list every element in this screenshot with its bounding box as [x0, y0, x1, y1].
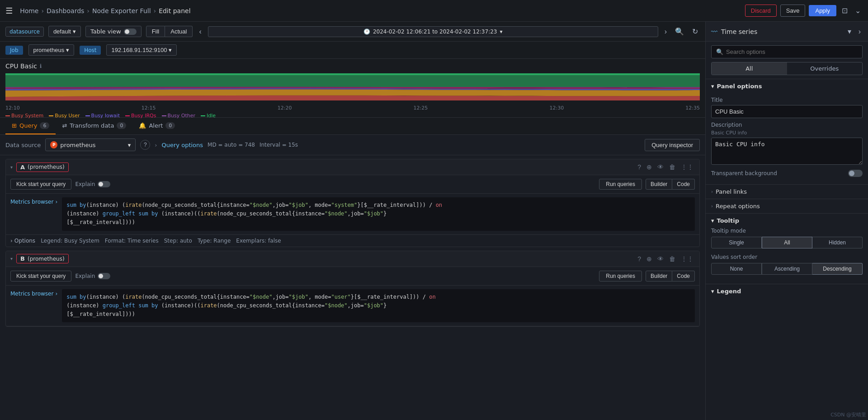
description-field-textarea[interactable]: Basic CPU info — [711, 138, 863, 165]
tooltip-title: Tooltip — [717, 217, 739, 224]
datasource-select[interactable]: default ▾ — [48, 26, 81, 37]
query-a-code[interactable]: sum by(instance) (irate(node_cpu_seconds… — [62, 197, 695, 231]
query-b-delete[interactable]: 🗑 — [668, 254, 677, 264]
time-label-3: 12:25 — [414, 105, 428, 111]
right-panel-expand[interactable]: › — [857, 26, 863, 38]
query-b-duplicate[interactable]: ⊕ — [645, 254, 653, 264]
datasource-help-button[interactable]: ? — [140, 140, 150, 150]
query-a-actions: ? ⊕ 👁 🗑 ⋮⋮ — [636, 162, 695, 172]
kick-start-a-button[interactable]: Kick start your query — [10, 179, 71, 190]
description-hint: Basic CPU info — [711, 130, 863, 136]
variables-row: Job prometheus ▾ Host 192.168.91.152:910… — [0, 42, 705, 59]
tooltip-single-button[interactable]: Single — [711, 237, 762, 248]
chart-info-icon[interactable]: ℹ — [40, 63, 42, 69]
host-label: Host — [80, 46, 101, 55]
sort-none-button[interactable]: None — [711, 263, 762, 275]
legend-idle: Idle — [201, 113, 216, 119]
tooltip-section[interactable]: ▾ Tooltip — [706, 213, 868, 228]
query-b-collapse[interactable]: ▾ — [10, 256, 13, 261]
query-a-collapse[interactable]: ▾ — [10, 165, 13, 170]
title-field-input[interactable] — [711, 105, 863, 118]
next-time-button[interactable]: › — [663, 26, 669, 38]
options-a-toggle[interactable]: › Options — [10, 238, 35, 244]
main-layout: datasource default ▾ Table view Fill Act… — [0, 22, 868, 420]
chart-svg — [5, 73, 700, 103]
run-queries-b-button[interactable]: Run queries — [599, 271, 642, 282]
repeat-options-link[interactable]: › Repeat options — [706, 199, 868, 213]
time-picker-chevron: ▾ — [500, 29, 502, 35]
panel-options-section[interactable]: ▾ Panel options — [706, 79, 868, 93]
query-b-help[interactable]: ? — [636, 254, 642, 264]
tooltip-all-button[interactable]: All — [762, 237, 812, 248]
breadcrumb-home[interactable]: Home — [20, 7, 38, 14]
job-select[interactable]: prometheus ▾ — [28, 44, 75, 56]
refresh-button[interactable]: ↻ — [690, 25, 700, 38]
time-picker[interactable]: 🕐 2024-02-02 12:06:21 to 2024-02-02 12:3… — [208, 26, 658, 37]
query-b-actions: ? ⊕ 👁 🗑 ⋮⋮ — [636, 254, 695, 264]
query-options-toggle[interactable]: Query options — [162, 142, 203, 148]
svg-rect-0 — [5, 73, 700, 75]
actual-button[interactable]: Actual — [165, 26, 193, 37]
chart-legend: Busy System Busy User Busy Iowait Busy I… — [5, 113, 700, 119]
breadcrumb-node-exporter[interactable]: Node Exporter Full — [92, 7, 151, 14]
save-button[interactable]: Save — [780, 5, 806, 17]
sort-descending-button[interactable]: Descending — [812, 263, 863, 275]
run-queries-a-button[interactable]: Run queries — [599, 179, 642, 190]
tooltip-mode-label: Tooltip mode — [711, 228, 863, 234]
query-a-duplicate[interactable]: ⊕ — [645, 162, 653, 172]
query-inspector-button[interactable]: Query inspector — [645, 139, 700, 151]
explain-b-toggle: Explain — [75, 273, 110, 279]
repeat-options-label: Repeat options — [716, 203, 760, 210]
tv-icon[interactable]: ⊡ — [840, 5, 849, 17]
query-a-visibility[interactable]: 👁 — [656, 162, 665, 172]
tab-transform[interactable]: ⇄ Transform data 0 — [56, 118, 132, 134]
table-view-toggle[interactable]: Table view — [85, 26, 142, 37]
tab-alert[interactable]: 🔔 Alert 0 — [132, 118, 181, 134]
search-box[interactable]: 🔍 — [711, 45, 863, 58]
right-panel-chevron-down[interactable]: ▾ — [846, 25, 853, 38]
kick-start-b-button[interactable]: Kick start your query — [10, 271, 71, 282]
tooltip-hidden-button[interactable]: Hidden — [812, 237, 863, 248]
fill-button[interactable]: Fill — [146, 26, 165, 37]
query-a-help[interactable]: ? — [636, 162, 642, 172]
search-input[interactable] — [726, 48, 858, 55]
query-b-header: ▾ B (prometheus) ? ⊕ 👁 🗑 ⋮⋮ — [6, 251, 699, 267]
transparent-bg-toggle[interactable] — [848, 170, 863, 177]
panel-links-link[interactable]: › Panel links — [706, 184, 868, 199]
query-b-visibility[interactable]: 👁 — [656, 254, 665, 264]
sort-ascending-button[interactable]: Ascending — [762, 263, 812, 275]
query-b-code[interactable]: sum by(instance) (irate(node_cpu_seconds… — [62, 289, 695, 323]
query-a-more[interactable]: ⋮⋮ — [679, 162, 695, 172]
breadcrumb-dashboards[interactable]: Dashboards — [47, 7, 84, 14]
code-a-button[interactable]: Code — [672, 179, 695, 190]
panel-tab-all[interactable]: All — [712, 62, 787, 75]
tab-transform-count: 0 — [117, 122, 126, 129]
query-a-label-box: A (prometheus) — [16, 162, 69, 172]
zoom-out-button[interactable]: 🔍 — [673, 25, 686, 38]
explain-a-switch[interactable] — [98, 181, 110, 187]
legend-title: Legend — [717, 288, 741, 295]
query-a-delete[interactable]: 🗑 — [668, 162, 677, 172]
query-b-more[interactable]: ⋮⋮ — [679, 254, 695, 264]
code-b-button[interactable]: Code — [672, 271, 695, 282]
time-label-0: 12:10 — [5, 105, 20, 111]
sort-label: Values sort order — [711, 254, 863, 260]
metrics-browser-a-link[interactable]: Metrics browser › — [10, 197, 57, 205]
apply-button[interactable]: Apply — [809, 5, 836, 16]
top-bar: ☰ Home › Dashboards › Node Exporter Full… — [0, 0, 868, 22]
menu-icon[interactable]: ☰ — [5, 6, 13, 15]
builder-a-button[interactable]: Builder — [646, 179, 672, 190]
expand-icon[interactable]: ⌄ — [853, 5, 863, 17]
explain-b-switch[interactable] — [98, 273, 110, 279]
query-a-options-row: › Options Legend: Busy System Format: Ti… — [6, 235, 699, 247]
host-select[interactable]: 192.168.91.152:9100 ▾ — [106, 44, 177, 56]
discard-button[interactable]: Discard — [745, 5, 777, 17]
datasource-select-field[interactable]: P prometheus ▾ — [45, 138, 136, 151]
legend-section[interactable]: ▾ Legend — [706, 284, 868, 298]
builder-b-button[interactable]: Builder — [646, 271, 672, 282]
metrics-browser-b-link[interactable]: Metrics browser › — [10, 289, 57, 297]
prev-time-button[interactable]: ‹ — [197, 26, 203, 38]
tab-query[interactable]: ⊞ Query 6 — [5, 118, 56, 134]
panel-tab-overrides[interactable]: Overrides — [787, 62, 863, 75]
table-view-switch[interactable] — [124, 29, 137, 35]
